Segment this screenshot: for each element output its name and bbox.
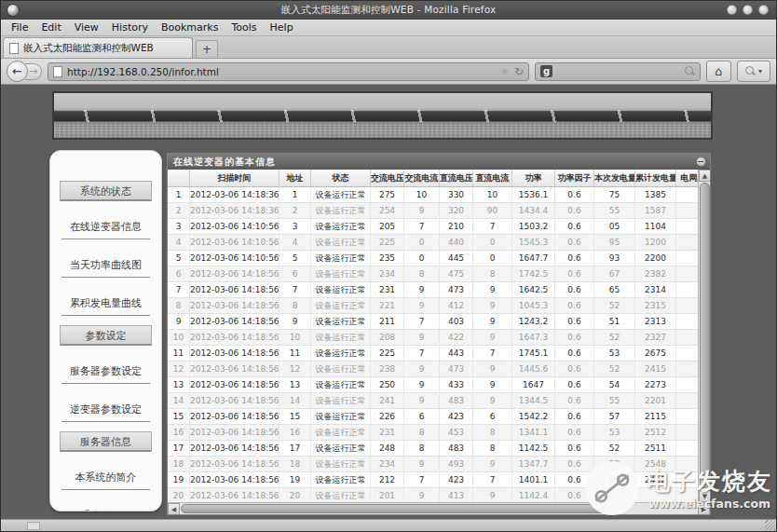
table-cell: 设备运行正常 <box>311 393 371 408</box>
column-header: 扫描时间 <box>190 170 279 186</box>
table-row[interactable]: 92012-03-06 14:18:569设备运行正常211740391243.… <box>168 314 711 330</box>
search-box[interactable]: g <box>535 62 701 81</box>
table-row[interactable]: 22012-03-06 14:18:362设备运行正常2549320901434… <box>168 203 711 219</box>
table-row[interactable]: 52012-03-06 14:10:565设备运行正常235044501647.… <box>168 251 711 266</box>
table-cell: 8 <box>404 441 440 456</box>
table-cell: 05 <box>594 219 635 234</box>
table-row[interactable]: 102012-03-06 14:18:5610设备运行正常20894229164… <box>168 330 711 346</box>
menu-item-view[interactable]: View <box>68 21 105 34</box>
sidebar-item-2[interactable]: 在线逆变器信息 <box>61 220 150 239</box>
table-cell: 453 <box>440 425 473 440</box>
table-cell: 0.6 <box>555 314 594 329</box>
table-cell: 1542.2 <box>512 409 555 424</box>
minimize-button[interactable] <box>727 5 737 15</box>
sidebar-item-9[interactable]: 本系统的简介 <box>61 471 150 490</box>
google-icon[interactable]: g <box>540 65 552 77</box>
url-text[interactable]: http://192.168.0.250/infor.html <box>67 66 496 77</box>
menu-item-tools[interactable]: Tools <box>225 21 263 34</box>
table-cell: 231 <box>371 425 404 440</box>
table-cell: 13 <box>279 377 311 392</box>
table-row[interactable]: 132012-03-06 14:18:5613设备运行正常25094339164… <box>168 377 711 393</box>
sidebar-item-10[interactable]: 本系统的版本号 <box>61 509 150 512</box>
back-button[interactable]: ← <box>7 61 28 82</box>
vertical-scrollbar[interactable]: ▲ ▼ <box>698 170 710 502</box>
table-cell: 1142.5 <box>512 441 555 456</box>
table-cell: 2012-03-06 14:18:36 <box>190 203 279 218</box>
collapse-icon[interactable]: − <box>696 157 706 167</box>
table-cell: 18 <box>279 457 311 471</box>
table-row[interactable]: 42012-03-06 14:10:564设备运行正常225044001545.… <box>168 235 711 251</box>
table-cell: 0.6 <box>555 298 594 313</box>
menu-item-history[interactable]: History <box>105 21 155 34</box>
table-cell: 0.6 <box>555 361 594 376</box>
scroll-up-icon[interactable]: ▲ <box>699 170 711 182</box>
bookmark-star-icon[interactable]: ★ <box>500 66 510 76</box>
table-row[interactable]: 152012-03-06 14:18:5615设备运行正常22664236154… <box>168 409 711 425</box>
table-row[interactable]: 122012-03-06 14:18:5612设备运行正常23894739144… <box>168 361 711 377</box>
column-header: 交流电压 <box>371 170 404 186</box>
reload-icon[interactable]: ↻ <box>514 66 524 77</box>
sidebar-item-4[interactable]: 累积发电量曲线 <box>61 296 150 316</box>
table-row[interactable]: 32012-03-06 14:10:563设备运行正常205721071503.… <box>168 219 711 235</box>
table-row[interactable]: 162012-03-06 14:18:5616设备运行正常23184538134… <box>168 425 711 441</box>
scroll-left-icon[interactable]: ◀ <box>168 503 180 515</box>
table-row[interactable]: 142012-03-06 14:18:5614设备运行正常24194839134… <box>168 393 711 409</box>
table-cell: 54 <box>594 377 635 392</box>
table-cell: 433 <box>440 377 473 392</box>
table-cell: 2512 <box>635 425 676 440</box>
horizontal-scroll-thumb[interactable] <box>181 504 605 513</box>
table-row[interactable]: 82012-03-06 14:18:568设备运行正常221941291045.… <box>168 298 711 314</box>
close-button[interactable] <box>758 5 769 15</box>
search-icon[interactable] <box>685 66 695 76</box>
table-cell: 16 <box>168 425 190 440</box>
table-cell: 10 <box>473 187 512 202</box>
table-cell: 9 <box>473 282 512 297</box>
table-row[interactable]: 112012-03-06 14:18:5611设备运行正常22574437174… <box>168 346 711 361</box>
sidebar-item-8[interactable]: 服务器信息 <box>60 431 152 452</box>
table-cell: 231 <box>371 282 404 297</box>
sidebar-item-1[interactable]: 系统的状态 <box>60 181 152 201</box>
table-row[interactable]: 172012-03-06 14:18:5617设备运行正常24884838114… <box>168 441 711 457</box>
table-row[interactable]: 72012-03-06 14:18:567设备运行正常231947391642.… <box>168 282 711 298</box>
table-cell: 67 <box>594 266 635 281</box>
tools-button[interactable]: ▾ <box>737 61 770 82</box>
table-cell: 211 <box>371 314 404 329</box>
menu-item-file[interactable]: File <box>5 21 34 34</box>
resize-grip[interactable] <box>765 520 775 530</box>
table-cell: 设备运行正常 <box>311 425 371 440</box>
table-cell: 225 <box>371 346 404 361</box>
new-tab-button[interactable]: + <box>196 40 218 58</box>
table-cell: 493 <box>440 457 473 471</box>
table-cell: 2012-03-06 14:18:56 <box>190 393 279 408</box>
table-cell: 9 <box>404 377 440 392</box>
table-cell: 4 <box>279 235 311 250</box>
sidebar-item-3[interactable]: 当天功率曲线图 <box>61 258 150 278</box>
column-header: 地址 <box>279 170 311 186</box>
table-cell: 6 <box>473 409 512 424</box>
table-cell: 设备运行正常 <box>311 361 371 376</box>
vertical-scroll-thumb[interactable] <box>700 183 710 488</box>
solar-field-photo <box>52 91 713 140</box>
table-cell: 9 <box>404 457 440 471</box>
table-row[interactable]: 12012-03-06 14:18:361设备运行正常2751033010153… <box>168 187 711 203</box>
url-bar[interactable]: http://192.168.0.250/infor.html ★ ↻ <box>48 62 529 81</box>
table-cell: 7 <box>404 472 440 487</box>
menu-item-help[interactable]: Help <box>264 21 300 34</box>
maximize-button[interactable] <box>743 5 753 15</box>
table-cell: 设备运行正常 <box>311 187 371 202</box>
column-header <box>168 170 190 186</box>
table-cell: 2327 <box>635 330 676 345</box>
sidebar-item-5[interactable]: 参数设定 <box>60 325 152 346</box>
tab-active[interactable]: 嵌入式太阳能监测和控制WEB <box>3 37 193 58</box>
table-cell: 设备运行正常 <box>311 330 371 345</box>
table-cell: 0.6 <box>555 409 594 424</box>
menu-item-edit[interactable]: Edit <box>34 21 67 34</box>
menu-item-bookmarks[interactable]: Bookmarks <box>155 21 225 34</box>
table-row[interactable]: 62012-03-06 14:18:566设备运行正常234847581742.… <box>168 266 711 282</box>
table-cell: 2511 <box>635 441 676 456</box>
sidebar-item-6[interactable]: 服务器参数设定 <box>61 364 150 384</box>
table-cell: 7 <box>404 219 440 234</box>
home-button[interactable]: ⌂ <box>706 61 731 82</box>
menu-bar: FileEditViewHistoryBookmarksToolsHelp <box>1 20 776 36</box>
sidebar-item-7[interactable]: 逆变器参数设定 <box>61 402 150 422</box>
